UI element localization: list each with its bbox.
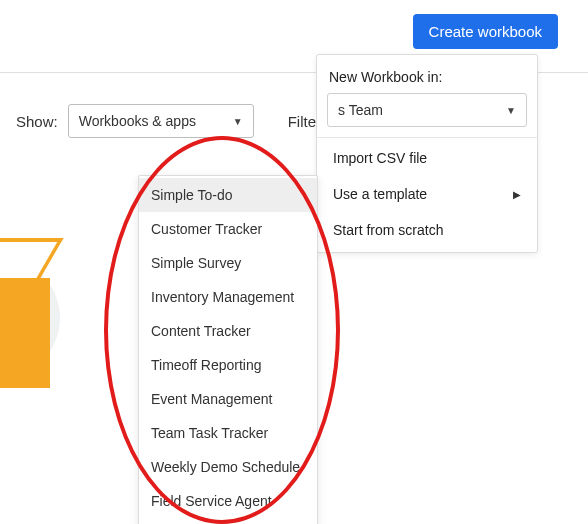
- template-item-simple-to-do[interactable]: Simple To-do: [139, 178, 317, 212]
- template-item-simple-survey[interactable]: Simple Survey: [139, 246, 317, 280]
- chevron-down-icon: ▼: [233, 116, 243, 127]
- template-item-po-approvals[interactable]: PO Approvals: [139, 518, 317, 524]
- use-template-item[interactable]: Use a template ▶: [317, 176, 537, 212]
- panel-divider: [317, 137, 537, 138]
- template-item-customer-tracker[interactable]: Customer Tracker: [139, 212, 317, 246]
- template-item-team-task-tracker[interactable]: Team Task Tracker: [139, 416, 317, 450]
- start-from-scratch-item[interactable]: Start from scratch: [317, 212, 537, 248]
- chevron-down-icon: ▼: [506, 105, 516, 116]
- template-submenu: Simple To-do Customer Tracker Simple Sur…: [138, 175, 318, 524]
- import-csv-item[interactable]: Import CSV file: [317, 140, 537, 176]
- template-item-timeoff-reporting[interactable]: Timeoff Reporting: [139, 348, 317, 382]
- create-workbook-panel: New Workbook in: s Team ▼ Import CSV fil…: [316, 54, 538, 253]
- use-template-label: Use a template: [333, 186, 427, 202]
- chevron-right-icon: ▶: [513, 189, 521, 200]
- show-select[interactable]: Workbooks & apps ▼: [68, 104, 254, 138]
- box-illustration: [0, 238, 60, 398]
- create-workbook-button[interactable]: Create workbook: [413, 14, 558, 49]
- template-item-weekly-demo-schedule[interactable]: Weekly Demo Schedule: [139, 450, 317, 484]
- team-select[interactable]: s Team ▼: [327, 93, 527, 127]
- new-workbook-heading: New Workbook in:: [317, 65, 537, 91]
- import-csv-label: Import CSV file: [333, 150, 427, 166]
- team-select-value: s Team: [338, 102, 383, 118]
- template-item-event-management[interactable]: Event Management: [139, 382, 317, 416]
- show-label: Show:: [16, 113, 58, 130]
- template-item-field-service-agent[interactable]: Field Service Agent: [139, 484, 317, 518]
- template-item-inventory-management[interactable]: Inventory Management: [139, 280, 317, 314]
- show-select-value: Workbooks & apps: [79, 113, 196, 129]
- template-item-content-tracker[interactable]: Content Tracker: [139, 314, 317, 348]
- filter-label: Filte: [288, 113, 316, 130]
- start-from-scratch-label: Start from scratch: [333, 222, 443, 238]
